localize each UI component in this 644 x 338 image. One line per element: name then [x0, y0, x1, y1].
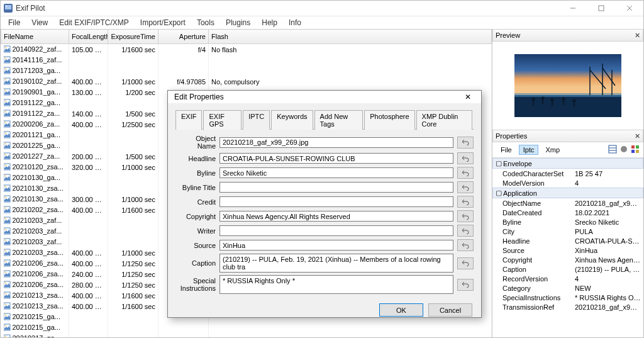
file-icon: 20210215_ga...: [4, 324, 60, 331]
svg-point-87: [5, 325, 6, 326]
preview-close-icon[interactable]: ✕: [635, 31, 640, 40]
props-row[interactable]: CityPULA: [492, 227, 643, 236]
table-row[interactable]: 20171203_ga...: [1, 65, 492, 76]
props-row[interactable]: DateCreated18.02.2021: [492, 208, 643, 217]
file-icon: 20140922_zaf...: [4, 45, 62, 53]
field-special-instructions[interactable]: [219, 275, 453, 294]
table-row[interactable]: 20210215_ga...: [1, 322, 492, 333]
field-object-name[interactable]: [219, 137, 453, 148]
dlg-tab-xmp-dublin-core[interactable]: XMP Dublin Core: [416, 110, 472, 130]
undo-button[interactable]: [457, 225, 474, 237]
menu-file[interactable]: File: [3, 17, 25, 28]
col-filename[interactable]: FileName: [1, 30, 69, 44]
field-caption[interactable]: [219, 254, 453, 273]
side-pane: Preview ✕: [492, 29, 643, 337]
dlg-tab-iptc[interactable]: IPTC: [243, 110, 270, 130]
col-flash[interactable]: Flash: [209, 30, 492, 44]
menu-edit-exif-iptc-xmp[interactable]: Edit EXIF/IPTC/XMP: [54, 17, 134, 28]
props-row[interactable]: BylineSrecko Niketic: [492, 217, 643, 227]
file-icon: 20210217_ga...: [4, 334, 60, 338]
props-tab-iptc[interactable]: Iptc: [519, 145, 539, 155]
props-row[interactable]: CodedCharacterSet1B 25 47: [492, 169, 643, 178]
props-row[interactable]: ObjectName20210218_gaf_x99_269...: [492, 198, 643, 208]
svg-point-60: [5, 228, 6, 230]
svg-point-51: [5, 196, 6, 198]
dlg-tab-photosphere[interactable]: Photosphere: [364, 110, 414, 130]
props-row[interactable]: RecordVersion4: [492, 274, 643, 283]
undo-button[interactable]: [457, 210, 474, 222]
props-row[interactable]: SourceXinHua: [492, 245, 643, 255]
file-icon: 20210203_zaf...: [4, 238, 62, 245]
dialog-close-button[interactable]: ✕: [458, 91, 477, 103]
props-row[interactable]: CategoryNEW: [492, 283, 643, 293]
menu-import-export[interactable]: Import/Export: [135, 17, 191, 28]
preview-pane-header: Preview ✕: [492, 29, 643, 42]
field-byline[interactable]: [219, 167, 453, 178]
svg-point-120: [562, 98, 565, 101]
undo-button[interactable]: [457, 257, 474, 269]
undo-button[interactable]: [457, 152, 474, 164]
table-row[interactable]: 20140922_zaf...105.00 mm1/1600 secf/4No …: [1, 44, 492, 55]
props-row[interactable]: ModelVersion4: [492, 178, 643, 188]
window-maximize-button[interactable]: [587, 1, 615, 15]
field-credit[interactable]: [219, 196, 453, 207]
undo-button[interactable]: [457, 137, 474, 149]
svg-point-39: [5, 154, 6, 155]
props-group-application[interactable]: ▢Application: [492, 188, 643, 198]
undo-button[interactable]: [457, 196, 474, 208]
window-close-button[interactable]: [615, 1, 643, 15]
props-tab-file[interactable]: File: [496, 145, 516, 155]
col-exposuretime[interactable]: ExposureTime: [108, 30, 158, 44]
dialog-title: Edit Properties: [174, 93, 224, 101]
menu-help[interactable]: Help: [257, 17, 282, 28]
dialog-form: Object NameHeadlineBylineByline TitleCre…: [175, 130, 474, 299]
field-label: Special Instructions: [175, 277, 219, 292]
dlg-tab-keywords[interactable]: Keywords: [271, 110, 313, 130]
field-headline[interactable]: [219, 153, 453, 164]
properties-list[interactable]: ▢EnvelopeCodedCharacterSet1B 25 47ModelV…: [492, 158, 643, 337]
collapse-icon[interactable]: ▢: [496, 159, 502, 167]
ok-button[interactable]: OK: [379, 303, 423, 317]
properties-close-icon[interactable]: ✕: [635, 132, 640, 140]
preview-thumbnail: [514, 54, 621, 117]
window-minimize-button[interactable]: [558, 1, 587, 15]
undo-button[interactable]: [457, 279, 474, 291]
field-source[interactable]: [219, 240, 453, 251]
svg-rect-129: [636, 145, 639, 149]
cancel-button[interactable]: Cancel: [428, 303, 472, 317]
menu-tools[interactable]: Tools: [192, 17, 219, 28]
props-tab-xmp[interactable]: Xmp: [541, 145, 564, 155]
col-focallength[interactable]: FocalLength: [69, 30, 108, 44]
undo-button[interactable]: [457, 239, 474, 251]
menu-info[interactable]: Info: [284, 17, 306, 28]
preview-body: [492, 42, 643, 130]
field-copyright[interactable]: [219, 211, 453, 222]
props-row[interactable]: CopyrightXinhua News Agency.All ...: [492, 255, 643, 264]
props-view-icon[interactable]: [608, 145, 617, 155]
table-row[interactable]: 20141116_zaf...: [1, 55, 492, 65]
props-group-envelope[interactable]: ▢Envelope: [492, 158, 643, 169]
menu-plugins[interactable]: Plugins: [221, 17, 255, 28]
dlg-tab-exif-gps[interactable]: EXIF GPS: [203, 110, 242, 130]
props-grid-icon[interactable]: [631, 145, 640, 155]
dlg-tab-add-new-tags[interactable]: Add New Tags: [314, 110, 364, 130]
undo-button[interactable]: [457, 181, 474, 193]
props-row[interactable]: HeadlineCROATIA-PULA-SUNSE...: [492, 236, 643, 245]
table-row[interactable]: 20210217_ga...: [1, 333, 492, 337]
props-circle-icon[interactable]: [619, 145, 628, 155]
menu-view[interactable]: View: [26, 17, 53, 28]
props-row[interactable]: TransmissionRef20210218_gaf_x99_269...: [492, 302, 643, 312]
field-writer[interactable]: [219, 225, 453, 236]
file-icon: 20210130_zsa...: [4, 195, 64, 203]
props-row[interactable]: SpecialInstructions* RUSSIA Rights Only …: [492, 293, 643, 302]
table-row[interactable]: 20190102_zaf...400.00 mm1/1000 secf/4.97…: [1, 76, 492, 87]
dlg-tab-exif[interactable]: EXIF: [175, 110, 202, 130]
file-icon: 20210120_zsa...: [4, 163, 64, 171]
collapse-icon[interactable]: ▢: [496, 189, 502, 197]
properties-pane-header: Properties ✕: [492, 130, 643, 142]
col-aperture[interactable]: Aperture: [158, 30, 209, 44]
undo-button[interactable]: [457, 167, 474, 179]
props-row[interactable]: Caption(210219) -- PULA, Feb. 1...: [492, 264, 643, 274]
file-icon: 20201121_ga...: [4, 131, 60, 138]
field-byline-title[interactable]: [219, 182, 453, 193]
